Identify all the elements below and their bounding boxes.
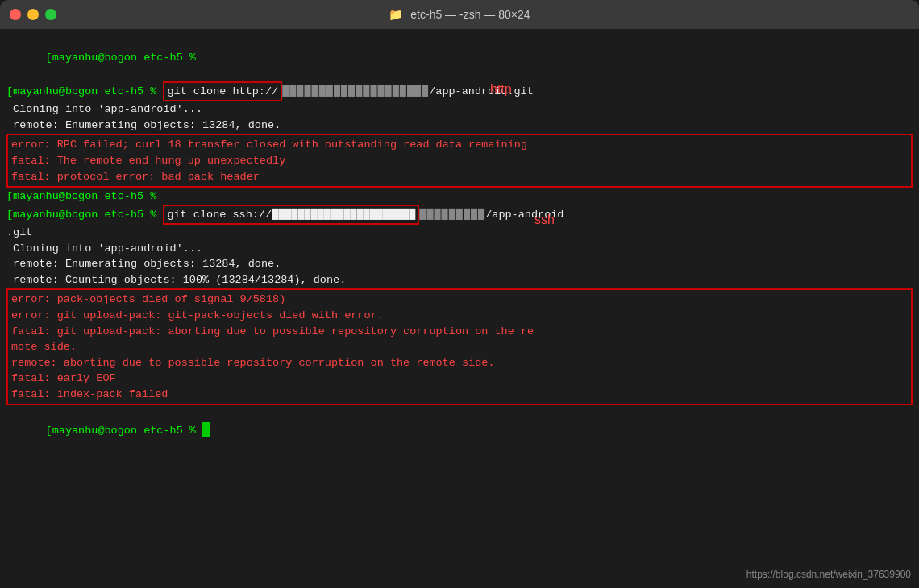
error-line: mote side. <box>11 339 908 355</box>
watermark: https://blog.csdn.net/weixin_37639900 <box>746 568 911 582</box>
error-line: fatal: early EOF <box>11 371 908 387</box>
terminal-line: remote: Enumerating objects: 13284, done… <box>6 118 913 134</box>
error-line: error: pack-objects died of signal 9/581… <box>11 292 908 308</box>
blurred-url: ████████████████████ <box>282 85 429 97</box>
ssh-annotation: ssh <box>534 210 555 229</box>
http-annotation: http <box>490 80 512 98</box>
terminal-line: [mayanhu@bogon etc-h5 % git clone ssh://… <box>6 205 913 226</box>
terminal-line: Cloning into 'app-android'... <box>6 241 913 257</box>
minimize-button[interactable] <box>27 9 39 20</box>
error-line: remote: aborting due to possible reposit… <box>11 355 908 371</box>
prompt-text: [mayanhu@bogon etc-h5 % <box>6 190 156 202</box>
error-line: error: RPC failed; curl 18 transfer clos… <box>11 137 908 153</box>
blurred-url-2: █████████ <box>419 209 485 221</box>
git-http-command-box: git clone http:// <box>163 81 282 102</box>
traffic-lights <box>10 9 56 20</box>
terminal-window: 📁 etc-h5 — -zsh — 80×24 [mayanhu@bogon e… <box>0 0 919 588</box>
prompt-text: [mayanhu@bogon etc-h5 % <box>6 209 163 221</box>
folder-icon: 📁 <box>389 8 402 21</box>
titlebar: 📁 etc-h5 — -zsh — 80×24 <box>0 0 919 29</box>
terminal-line: .git <box>6 225 913 241</box>
terminal-body[interactable]: [mayanhu@bogon etc-h5 % [mayanhu@bogon e… <box>0 29 919 588</box>
maximize-button[interactable] <box>45 9 56 20</box>
terminal-line: [mayanhu@bogon etc-h5 % <box>6 34 913 81</box>
window-title: 📁 etc-h5 — -zsh — 80×24 <box>389 8 530 21</box>
error-block-2: error: pack-objects died of signal 9/581… <box>6 288 913 405</box>
git-ssh-command-box: git clone ssh://██████████████████████ <box>163 205 419 226</box>
error-block-1: error: RPC failed; curl 18 transfer clos… <box>6 134 913 188</box>
git-repo-suffix: /app-android.git <box>429 85 534 97</box>
error-line: fatal: git upload-pack: aborting due to … <box>11 324 908 340</box>
error-line: fatal: protocol error: bad pack header <box>11 169 908 185</box>
terminal-line: remote: Enumerating objects: 13284, done… <box>6 256 913 272</box>
close-button[interactable] <box>10 9 21 20</box>
error-line: error: git upload-pack: git-pack-objects… <box>11 308 908 324</box>
prompt-text: [mayanhu@bogon etc-h5 % <box>46 424 202 437</box>
terminal-line: [mayanhu@bogon etc-h5 % <box>6 188 913 205</box>
error-line: fatal: The remote end hung up unexpected… <box>11 153 908 169</box>
prompt-text: [mayanhu@bogon etc-h5 % <box>6 85 163 97</box>
terminal-line-final: [mayanhu@bogon etc-h5 % <box>6 406 913 454</box>
terminal-line: Cloning into 'app-android'... <box>6 101 913 118</box>
terminal-line: remote: Counting objects: 100% (13284/13… <box>6 272 913 288</box>
terminal-line: [mayanhu@bogon etc-h5 % git clone http:/… <box>6 81 913 102</box>
terminal-cursor <box>202 422 210 437</box>
title-text: etc-h5 — -zsh — 80×24 <box>410 8 530 21</box>
prompt-text: [mayanhu@bogon etc-h5 % <box>46 52 196 64</box>
error-line: fatal: index-pack failed <box>11 387 908 403</box>
